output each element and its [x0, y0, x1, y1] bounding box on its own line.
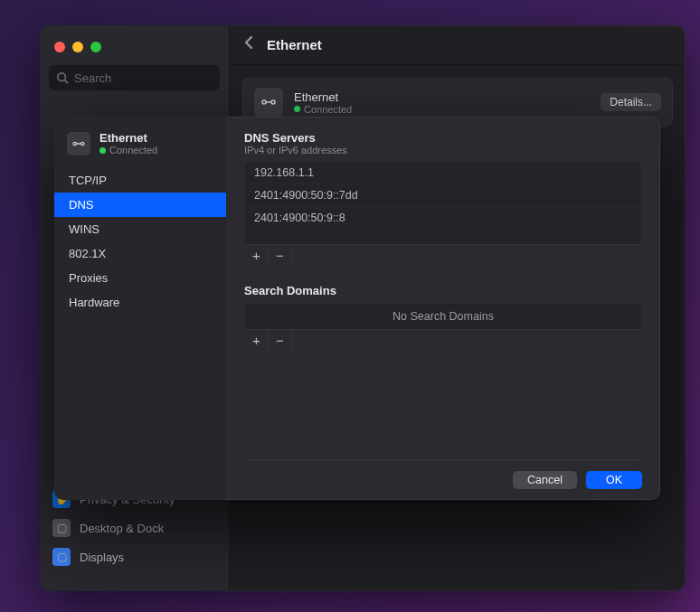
cancel-button[interactable]: Cancel: [513, 471, 577, 489]
dns-servers-rows[interactable]: 192.168.1.1 2401:4900:50:9::7dd 2401:490…: [245, 162, 641, 244]
close-window-button[interactable]: [54, 42, 65, 52]
remove-search-domain-button[interactable]: −: [269, 330, 292, 350]
dns-servers-list: 192.168.1.1 2401:4900:50:9::7dd 2401:490…: [244, 161, 642, 266]
add-search-domain-button[interactable]: +: [245, 330, 269, 350]
ethernet-name: Ethernet: [294, 90, 590, 104]
sheet-interface-status: Connected: [99, 145, 157, 155]
main-header: Ethernet: [230, 25, 686, 65]
minimize-window-button[interactable]: [72, 42, 83, 52]
svg-point-3: [271, 100, 275, 104]
sheet-footer: Cancel OK: [244, 459, 642, 489]
add-dns-button[interactable]: +: [245, 245, 269, 265]
search-domains-title: Search Domains: [244, 284, 642, 297]
sheet-interface-name: Ethernet: [99, 131, 157, 145]
tab-8021x[interactable]: 802.1X: [54, 241, 226, 266]
remove-dns-button[interactable]: −: [269, 245, 292, 265]
sheet-sidebar: Ethernet Connected TCP/IP DNS WINS 802.1…: [54, 117, 226, 500]
ethernet-details-sheet: Ethernet Connected TCP/IP DNS WINS 802.1…: [54, 117, 660, 500]
sidebar-item-displays[interactable]: ▢ Displays: [40, 542, 229, 571]
ethernet-icon: [67, 132, 90, 155]
displays-icon: ▢: [52, 548, 71, 566]
details-button[interactable]: Details...: [601, 93, 661, 111]
search-domains-list: No Search Domains + −: [244, 303, 642, 351]
search-icon: [56, 71, 69, 84]
sheet-content: DNS Servers IPv4 or IPv6 addresses 192.1…: [226, 117, 660, 500]
dns-server-row[interactable]: 192.168.1.1: [245, 162, 641, 184]
dns-server-row[interactable]: 2401:4900:50:9::8: [245, 207, 641, 230]
tab-proxies[interactable]: Proxies: [54, 266, 226, 290]
tab-dns[interactable]: DNS: [54, 193, 226, 217]
tab-hardware[interactable]: Hardware: [54, 290, 226, 315]
dns-servers-title: DNS Servers: [244, 131, 642, 145]
tab-wins[interactable]: WINS: [54, 217, 226, 241]
page-title: Ethernet: [267, 37, 322, 52]
search-input[interactable]: Search: [49, 65, 220, 90]
sheet-tabs: TCP/IP DNS WINS 802.1X Proxies Hardware: [54, 168, 226, 315]
ethernet-status: Connected: [294, 104, 590, 115]
dns-server-row[interactable]: 2401:4900:50:9::7dd: [245, 184, 641, 207]
ethernet-icon: [254, 88, 283, 117]
dns-servers-subtitle: IPv4 or IPv6 addresses: [244, 145, 642, 155]
svg-point-5: [73, 142, 76, 145]
search-domains-empty: No Search Domains: [245, 304, 641, 329]
svg-point-6: [81, 142, 84, 145]
tab-tcpip[interactable]: TCP/IP: [54, 168, 226, 193]
status-dot-icon: [99, 147, 106, 154]
chevron-left-icon: [244, 35, 254, 50]
system-settings-window: Search ✋ Privacy & Security ▢ Desktop & …: [40, 25, 686, 591]
svg-point-0: [58, 73, 66, 81]
svg-point-2: [262, 100, 266, 104]
ok-button[interactable]: OK: [586, 471, 642, 489]
window-controls: [40, 38, 229, 65]
svg-line-1: [65, 80, 69, 84]
maximize-window-button[interactable]: [90, 42, 101, 52]
status-dot-icon: [294, 106, 300, 112]
sheet-header: Ethernet Connected: [54, 127, 226, 168]
sidebar-item-desktop-dock[interactable]: ▢ Desktop & Dock: [40, 513, 229, 542]
desktop-icon: ▢: [52, 519, 71, 537]
search-placeholder: Search: [74, 71, 111, 85]
back-button[interactable]: [244, 35, 254, 54]
